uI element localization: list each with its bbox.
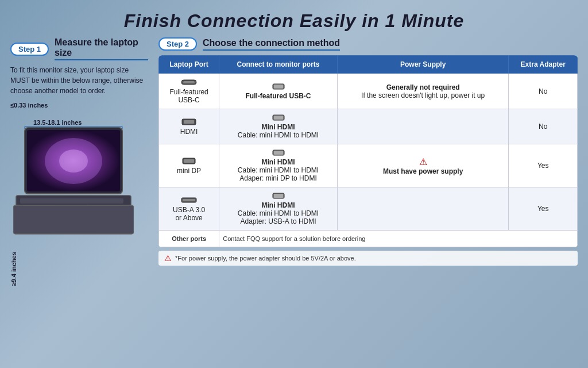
table-row: USB-A 3.0or Above Mini HDMICable: mini H… [159,187,578,231]
step2-badge: Step 2 [158,37,197,51]
height-label: ≥9.4 inches [10,252,17,286]
right-panel: Step 2 Choose the connection method Lapt… [158,37,578,359]
other-ports-label: Other ports [159,231,219,247]
laptop-port-cell: HDMI [159,109,219,144]
adapter-cell: No [509,74,578,109]
monitor-port-cell: Full-featured USB-C [219,74,338,109]
main-title: Finish Connection Easily in 1 Minute [0,0,588,37]
monitor-port-cell: Mini HDMICable: mini HDMI to HDMIAdapter… [219,187,338,231]
col-power-supply: Power Supply [337,56,509,74]
laptop-port-cell: USB-A 3.0or Above [159,187,219,231]
warning-icon-footer: ⚠ [164,254,172,263]
adapter-cell: Yes [509,187,578,231]
table-header-row: Laptop Port Connect to monitor ports Pow… [159,56,578,74]
left-panel: Step 1 Measure the laptop size To fit th… [10,37,148,359]
svg-rect-22 [274,151,283,155]
svg-rect-14 [274,85,283,89]
svg-rect-16 [184,120,194,124]
step1-badge: Step 1 [10,43,49,56]
power-supply-cell: ⚠Must have power supply [337,144,509,187]
step2-title: Choose the connection method [203,38,340,51]
other-ports-row: Other ports Contact FQQ support for a so… [159,231,578,247]
svg-rect-5 [20,198,123,204]
power-supply-cell: Generally not requiredIf the screen does… [337,74,509,109]
col-extra-adapter: Extra Adapter [509,56,578,74]
svg-rect-12 [183,81,195,83]
footer-note-text: *For power supply, the power adapter sho… [175,255,356,262]
svg-rect-20 [184,159,194,163]
step1-header: Step 1 Measure the laptop size [10,37,148,60]
svg-rect-24 [183,199,195,201]
table-row: mini DP Mini HDMICable: mini HDMI to HDM… [159,144,578,187]
laptop-svg [13,122,134,289]
laptop-diagram: ≤0.33 inches 13.5-18.1 inches [10,102,137,297]
svg-rect-26 [274,194,283,198]
content-area: Step 1 Measure the laptop size To fit th… [0,37,588,359]
thickness-label: ≤0.33 inches [10,102,48,109]
adapter-cell: Yes [509,144,578,187]
monitor-port-cell: Mini HDMICable: mini HDMI to HDMI [219,109,338,144]
power-supply-cell [337,109,509,144]
table-row: HDMI Mini HDMICable: mini HDMI to HDMI N… [159,109,578,144]
adapter-cell: No [509,109,578,144]
laptop-port-cell: mini DP [159,144,219,187]
footer-note: ⚠ *For power supply, the power adapter s… [158,251,578,266]
table-row: Full-featuredUSB-C Full-featured USB-C G… [159,74,578,109]
monitor-port-cell: Mini HDMICable: mini HDMI to HDMIAdaper:… [219,144,338,187]
step1-title: Measure the laptop size [55,37,148,60]
connection-table: Laptop Port Connect to monitor ports Pow… [158,55,578,247]
other-ports-value: Contact FQQ support for a solution befor… [219,231,578,247]
power-supply-cell [337,187,509,231]
col-laptop-port: Laptop Port [159,56,219,74]
col-monitor-port: Connect to monitor ports [219,56,338,74]
step2-header: Step 2 Choose the connection method [158,37,578,51]
svg-rect-18 [274,116,283,120]
svg-point-3 [59,150,88,172]
step1-desc: To fit this monitor size, your laptop si… [10,65,148,96]
svg-rect-7 [13,205,134,234]
laptop-port-cell: Full-featuredUSB-C [159,74,219,109]
